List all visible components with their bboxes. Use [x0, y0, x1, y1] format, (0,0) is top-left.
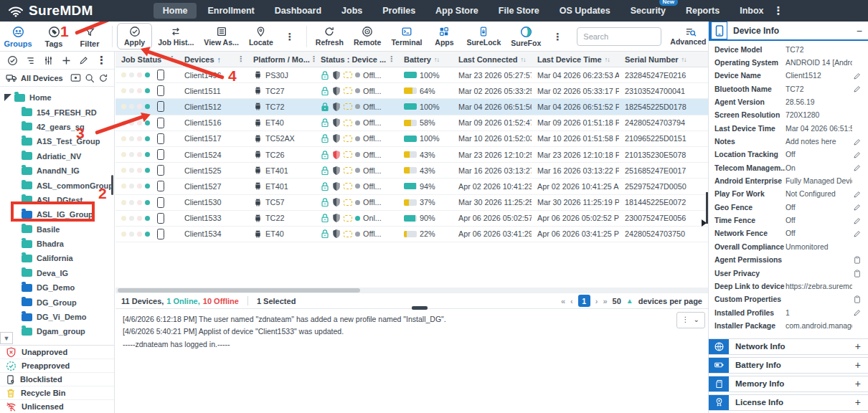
nav-item-home[interactable]: Home	[154, 3, 197, 19]
column-header-serial-number[interactable]: Serial Number↑↓	[619, 52, 704, 67]
first-page-button[interactable]: «	[561, 297, 565, 305]
section-battery-info[interactable]: Battery Info+	[709, 357, 868, 374]
device-phone-icon[interactable]	[157, 197, 164, 208]
copy-clipboard-icon[interactable]	[852, 295, 862, 304]
nav-overflow-menu[interactable]: ⋮	[773, 4, 784, 17]
device-phone-icon[interactable]	[157, 70, 164, 80]
device-name-cell[interactable]: Client1530	[179, 198, 247, 206]
table-row-client1512[interactable]: Client1512TC72Offl...100%Mar 04 2026 06:…	[115, 99, 708, 115]
column-menu-icon[interactable]: ⋮	[237, 54, 245, 64]
edit-pencil-icon[interactable]	[852, 203, 862, 212]
tree-item-bhadra[interactable]: Bhadra	[0, 237, 114, 251]
tree-item-154_fresh_rd[interactable]: 154_FRESH_RD	[0, 105, 114, 119]
refresh-icon[interactable]	[98, 73, 108, 83]
column-header-battery[interactable]: Battery↑↓	[398, 52, 453, 67]
sort-icon[interactable]	[25, 55, 36, 66]
table-row-client1525[interactable]: Client1525ET401Offl...43%Mar 16 2026 03:…	[115, 163, 708, 179]
device-phone-icon[interactable]	[157, 133, 164, 144]
panel-collapse-handle[interactable]	[702, 219, 707, 227]
current-page[interactable]: 1	[578, 295, 590, 307]
edit-pencil-icon[interactable]	[852, 72, 862, 80]
table-row-client1516[interactable]: Client1516ET40Offl...58%Mar 09 2026 01:5…	[115, 115, 708, 131]
nav-item-app-store[interactable]: App Store	[426, 3, 488, 19]
nav-item-profiles[interactable]: Profiles	[373, 3, 425, 19]
edit-pencil-icon[interactable]	[852, 85, 862, 93]
nav-item-security[interactable]: SecurityNew	[621, 3, 675, 19]
device-phone-icon[interactable]	[157, 229, 164, 239]
sort-icon[interactable]: ↑↓	[605, 56, 610, 63]
expand-plus-icon[interactable]: +	[855, 378, 861, 389]
nav-item-file-store[interactable]: File Store	[489, 3, 549, 19]
tree-item-california[interactable]: California	[0, 251, 114, 265]
device-name-cell[interactable]: Client1524	[179, 151, 247, 159]
tab-tags[interactable]: Tags	[36, 24, 72, 48]
sort-icon[interactable]: ↑↓	[521, 56, 526, 63]
tree-item-dg_group[interactable]: DG_Group	[0, 295, 114, 309]
column-menu-icon[interactable]: ⋮	[387, 54, 395, 64]
expand-plus-icon[interactable]: +	[855, 341, 861, 352]
job-hist--button[interactable]: Job Hist...	[154, 24, 198, 49]
hscroll-thumb[interactable]	[118, 288, 360, 293]
tab-groups[interactable]: Groups	[0, 24, 36, 48]
device-phone-icon[interactable]	[157, 181, 164, 191]
sidebar-item-blocklisted[interactable]: Blocklisted	[0, 373, 114, 386]
device-name-cell[interactable]: Client1512	[179, 103, 247, 111]
section-license-info[interactable]: License Info+	[709, 394, 868, 411]
copy-clipboard-icon[interactable]	[852, 269, 862, 278]
expand-plus-icon[interactable]: +	[855, 397, 861, 408]
tree-item-asl_dgtest[interactable]: ASL_DGtest	[0, 193, 114, 207]
sort-icon[interactable]: ↑↓	[681, 56, 687, 63]
tree-scroll-down-button[interactable]: ▼	[0, 332, 13, 344]
search-icon[interactable]	[85, 73, 95, 83]
device-name-cell[interactable]: Client1534	[179, 229, 247, 238]
section-network-info[interactable]: Network Info+	[709, 338, 868, 355]
table-row-client1534[interactable]: Client1534ET40Offl...22%Apr 06 2026 03:4…	[115, 227, 708, 242]
table-row-client1517[interactable]: Client1517TC52AXOffl...100%Mar 10 2026 0…	[115, 131, 708, 147]
device-name-cell[interactable]: Client1533	[179, 214, 247, 222]
device-phone-icon[interactable]	[157, 213, 164, 224]
column-header-status-device-[interactable]: Status : Device ...⋮	[315, 52, 398, 67]
add-group-icon[interactable]	[61, 55, 72, 66]
sidebar-item-unlicensed[interactable]: Unlicensed	[0, 400, 114, 413]
tree-scrollbar-thumb[interactable]	[111, 175, 113, 195]
last-page-button[interactable]: »	[603, 297, 607, 305]
table-row-client1511[interactable]: Client1511TC27Offl...64%Mar 02 2026 05:3…	[115, 83, 708, 99]
select-check-icon[interactable]	[7, 55, 18, 66]
sidebar-item-recycle-bin[interactable]: Recycle Bin	[0, 386, 114, 400]
copy-clipboard-icon[interactable]	[852, 255, 862, 265]
nav-item-jobs[interactable]: Jobs	[332, 3, 372, 19]
apps-button[interactable]: Apps	[428, 24, 461, 49]
refresh-button[interactable]: Refresh	[311, 24, 348, 49]
tree-item-home[interactable]: Home	[0, 90, 114, 105]
device-name-cell[interactable]: Client1511	[179, 87, 247, 95]
expand-plus-icon[interactable]: +	[855, 359, 861, 371]
edit-pencil-icon[interactable]	[852, 229, 862, 238]
edit-pencil-icon[interactable]	[852, 163, 862, 172]
tree-item-asl_commongroup[interactable]: ASL_commonGroup	[0, 178, 114, 192]
device-name-cell[interactable]: Client1527	[179, 182, 247, 191]
all-devices-row[interactable]: All Devices	[0, 70, 114, 87]
sidebar-item-unapproved[interactable]: Unapproved	[0, 346, 114, 359]
prev-page-button[interactable]: ‹	[570, 297, 573, 305]
next-page-button[interactable]: ›	[595, 297, 598, 305]
search-input[interactable]	[577, 27, 661, 46]
device-name-cell[interactable]: Client1516	[179, 118, 247, 127]
sort-icon[interactable]: ↑↓	[434, 56, 439, 63]
table-row-client1527[interactable]: Client1527ET401Offl...94%Apr 02 2026 10:…	[115, 179, 708, 194]
sidebar-overflow-menu[interactable]: ⋮	[96, 54, 107, 67]
per-page-chevron-icon[interactable]: ▲	[626, 297, 633, 305]
device-name-cell[interactable]: Client1525	[179, 166, 247, 175]
device-phone-icon[interactable]	[157, 85, 164, 96]
edit-pencil-icon[interactable]	[852, 138, 862, 146]
device-phone-icon[interactable]	[157, 149, 164, 160]
nav-item-os-updates[interactable]: OS Updates	[550, 3, 620, 19]
column-header-last-connected[interactable]: Last Connected↑↓	[453, 52, 532, 67]
column-header-platform-mo-[interactable]: Platform / Mo...⋮	[247, 52, 315, 67]
filter-sliders-icon[interactable]	[43, 55, 54, 66]
table-row-client1530[interactable]: Client1530TC57Offl...37%Mar 30 2026 11:2…	[115, 195, 708, 211]
device-name-cell[interactable]: Client1517	[179, 134, 247, 143]
surefox-button[interactable]: SureFox	[506, 24, 545, 49]
device-phone-icon[interactable]	[157, 118, 164, 128]
tree-item-a1s_test_group[interactable]: A1S_Test_Group	[0, 134, 114, 148]
nav-item-dashboard[interactable]: Dashboard	[265, 3, 331, 19]
